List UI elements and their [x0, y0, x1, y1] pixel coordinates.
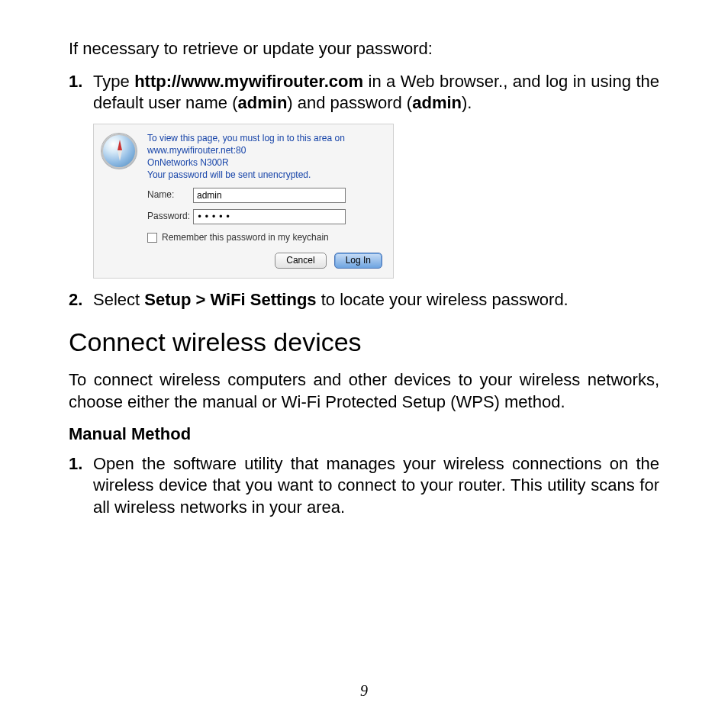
- login-button[interactable]: Log In: [334, 253, 382, 269]
- step-body: Type http://www.mywifirouter.com in a We…: [93, 71, 659, 114]
- dialog-message: To view this page, you must log in to th…: [147, 132, 345, 182]
- page-number: 9: [0, 681, 728, 701]
- section-heading: Connect wireless devices: [69, 325, 659, 359]
- password-steps: 1. Type http://www.mywifirouter.com in a…: [69, 71, 659, 114]
- remember-label: Remember this password in my keychain: [162, 232, 329, 244]
- step-body: Select Setup > WiFi Settings to locate y…: [93, 289, 659, 311]
- safari-icon: [101, 134, 137, 169]
- step-number: 2.: [69, 289, 93, 311]
- section-paragraph: To connect wireless computers and other …: [69, 369, 659, 413]
- password-steps-2: 2. Select Setup > WiFi Settings to locat…: [69, 289, 659, 311]
- step-body: Open the software utility that manages y…: [93, 453, 659, 519]
- intro-text: If necessary to retrieve or update your …: [69, 38, 659, 60]
- name-field[interactable]: [193, 188, 346, 203]
- step-number: 1.: [69, 71, 93, 93]
- remember-checkbox[interactable]: [147, 233, 157, 243]
- router-url: http://www.mywifirouter.com: [134, 72, 363, 91]
- manual-method-heading: Manual Method: [69, 424, 659, 446]
- default-password: admin: [412, 93, 462, 112]
- step-number: 1.: [69, 453, 93, 475]
- login-dialog: To view this page, you must log in to th…: [93, 124, 394, 279]
- default-username: admin: [238, 93, 288, 112]
- manual-steps: 1. Open the software utility that manage…: [69, 453, 659, 519]
- password-field[interactable]: [193, 209, 346, 224]
- cancel-button[interactable]: Cancel: [275, 253, 326, 269]
- manual-page: If necessary to retrieve or update your …: [0, 0, 728, 535]
- name-label: Name:: [147, 189, 193, 201]
- menu-path: Setup > WiFi Settings: [144, 290, 316, 309]
- password-label: Password:: [147, 211, 193, 223]
